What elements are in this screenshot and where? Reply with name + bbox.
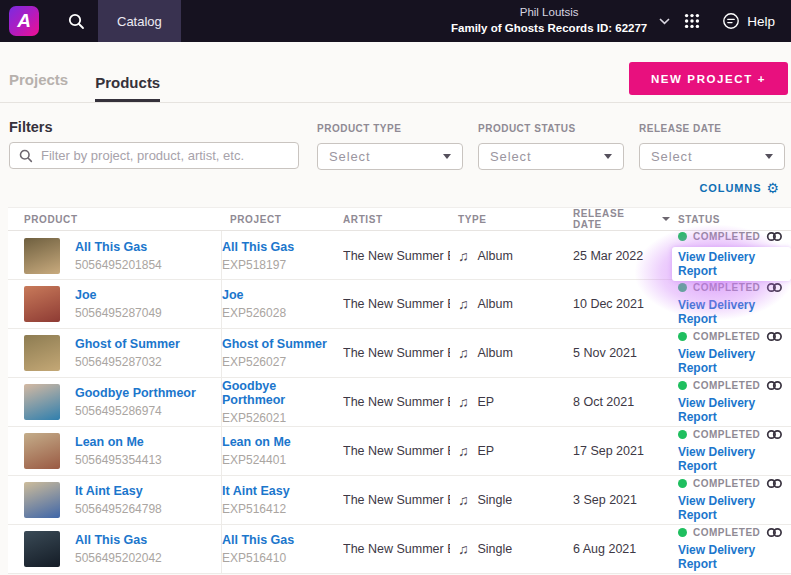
- product-type: Single: [478, 542, 513, 556]
- product-status-select[interactable]: Select: [478, 143, 624, 170]
- table-row[interactable]: Lean on Me 5056495354413 Lean on Me EXP5…: [8, 427, 791, 476]
- tab-products[interactable]: Products: [95, 74, 160, 102]
- view-delivery-report-link[interactable]: View Delivery Report: [678, 298, 791, 326]
- product-type-label: PRODUCT TYPE: [317, 123, 478, 134]
- product-link[interactable]: Goodbye Porthmeor: [75, 386, 196, 400]
- table-row[interactable]: All This Gas 5056495201854 All This Gas …: [8, 231, 791, 280]
- global-search-button[interactable]: [54, 0, 98, 42]
- delivery-link-icon: [766, 380, 783, 391]
- product-link[interactable]: Joe: [75, 288, 162, 302]
- account-org: Family of Ghosts Records ID: 62277: [451, 21, 647, 37]
- column-header-release-date[interactable]: RELEASE DATE: [565, 208, 670, 230]
- artist-name: The New Summer Bl..: [343, 542, 450, 556]
- product-upc: 5056495201854: [75, 258, 162, 272]
- album-art-thumbnail: [24, 286, 60, 322]
- columns-button[interactable]: COLUMNS ⚙: [700, 181, 779, 195]
- column-header-type[interactable]: TYPE: [450, 214, 565, 225]
- project-link[interactable]: It Aint Easy: [222, 484, 290, 498]
- view-delivery-report-link[interactable]: View Delivery Report: [672, 247, 791, 281]
- artist-name: The New Summer Bl..: [343, 395, 450, 409]
- view-delivery-report-link[interactable]: View Delivery Report: [678, 445, 791, 473]
- column-header-artist[interactable]: ARTIST: [335, 214, 450, 225]
- release-date-select[interactable]: Select: [639, 143, 785, 170]
- product-type: EP: [478, 444, 495, 458]
- view-delivery-report-link[interactable]: View Delivery Report: [678, 396, 791, 424]
- column-header-product[interactable]: PRODUCT: [8, 214, 222, 225]
- table-row[interactable]: It Aint Easy 5056495264798 It Aint Easy …: [8, 476, 791, 525]
- apps-grid-button[interactable]: [684, 13, 700, 29]
- table-row[interactable]: Ghost of Summer 5056495287032 Ghost of S…: [8, 329, 791, 378]
- status-label: COMPLETED: [693, 380, 760, 391]
- product-upc: 5056495354413: [75, 453, 162, 467]
- delivery-link-icon: [766, 231, 783, 242]
- project-link[interactable]: Lean on Me: [222, 435, 291, 449]
- music-note-icon: [458, 345, 469, 361]
- help-label: Help: [747, 14, 775, 29]
- product-link[interactable]: All This Gas: [75, 533, 162, 547]
- release-date: 17 Sep 2021: [573, 444, 644, 458]
- project-link[interactable]: Ghost of Summer: [222, 337, 327, 351]
- release-date: 10 Dec 2021: [573, 297, 644, 311]
- delivery-link-icon: [766, 282, 783, 293]
- product-link[interactable]: Lean on Me: [75, 435, 162, 449]
- filter-search-field: [9, 142, 299, 169]
- product-type: EP: [478, 395, 495, 409]
- project-link[interactable]: Joe: [222, 288, 286, 302]
- dropdown-caret-icon: [604, 154, 612, 159]
- view-delivery-report-link[interactable]: View Delivery Report: [678, 494, 791, 522]
- account-name: Phil Loutsis: [520, 5, 579, 21]
- table-row[interactable]: Goodbye Porthmeor 5056495286974 Goodbye …: [8, 378, 791, 427]
- new-project-button[interactable]: NEW PROJECT +: [629, 62, 788, 95]
- column-header-project[interactable]: PROJECT: [222, 214, 335, 225]
- status-dot: [678, 232, 687, 241]
- nav-item-catalog[interactable]: Catalog: [98, 0, 181, 42]
- view-delivery-report-link[interactable]: View Delivery Report: [678, 543, 791, 571]
- product-upc: 5056495287049: [75, 306, 162, 320]
- table-row[interactable]: Joe 5056495287049 Joe EXP526028 The New …: [8, 280, 791, 329]
- product-upc: 5056495202042: [75, 551, 162, 565]
- product-status-value: Select: [490, 149, 532, 164]
- table-row[interactable]: All This Gas 5056495202042 All This Gas …: [8, 525, 791, 574]
- album-art-thumbnail: [24, 531, 60, 567]
- view-delivery-report-link[interactable]: View Delivery Report: [678, 347, 791, 375]
- artist-name: The New Summer Bl..: [343, 249, 450, 263]
- columns-label: COLUMNS: [700, 182, 762, 194]
- project-link[interactable]: All This Gas: [222, 533, 294, 547]
- top-navigation-bar: A Catalog Phil Loutsis Family of Ghosts …: [0, 0, 791, 42]
- table-header-row: PRODUCT PROJECT ARTIST TYPE RELEASE DATE…: [8, 207, 791, 231]
- account-menu[interactable]: Phil Loutsis Family of Ghosts Records ID…: [451, 5, 647, 36]
- filters-section: Filters PRODUCT TYPE Select PRODUCT STAT…: [0, 119, 791, 170]
- product-link[interactable]: Ghost of Summer: [75, 337, 180, 351]
- filters-title: Filters: [9, 119, 317, 135]
- release-date: 3 Sep 2021: [573, 493, 637, 507]
- release-date: 8 Oct 2021: [573, 395, 634, 409]
- project-id: EXP524401: [222, 453, 291, 467]
- status-label: COMPLETED: [693, 527, 760, 538]
- filter-search-input[interactable]: [41, 148, 289, 163]
- music-note-icon: [458, 443, 469, 459]
- artist-name: The New Summer Bl..: [343, 444, 450, 458]
- chevron-down-icon: [659, 18, 670, 25]
- delivery-link-icon: [766, 478, 783, 489]
- project-id: EXP518197: [222, 258, 294, 272]
- product-type: Album: [478, 346, 513, 360]
- product-type-value: Select: [329, 149, 371, 164]
- awal-logo[interactable]: A: [9, 6, 39, 36]
- account-dropdown-toggle[interactable]: [659, 18, 670, 25]
- table-body: All This Gas 5056495201854 All This Gas …: [8, 231, 791, 574]
- artist-name: The New Summer Bl..: [343, 493, 450, 507]
- product-link[interactable]: It Aint Easy: [75, 484, 162, 498]
- help-button[interactable]: Help: [722, 12, 775, 30]
- project-link[interactable]: Goodbye Porthmeor: [222, 379, 335, 407]
- product-type: Single: [478, 493, 513, 507]
- product-type-select[interactable]: Select: [317, 143, 463, 170]
- project-link[interactable]: All This Gas: [222, 240, 294, 254]
- release-date-label: RELEASE DATE: [639, 123, 791, 134]
- album-art-thumbnail: [24, 335, 60, 371]
- status-label: COMPLETED: [693, 331, 760, 342]
- column-header-status[interactable]: STATUS: [670, 214, 791, 225]
- tab-projects[interactable]: Projects: [9, 71, 68, 102]
- product-upc: 5056495286974: [75, 404, 196, 418]
- help-chat-icon: [722, 12, 740, 30]
- product-link[interactable]: All This Gas: [75, 240, 162, 254]
